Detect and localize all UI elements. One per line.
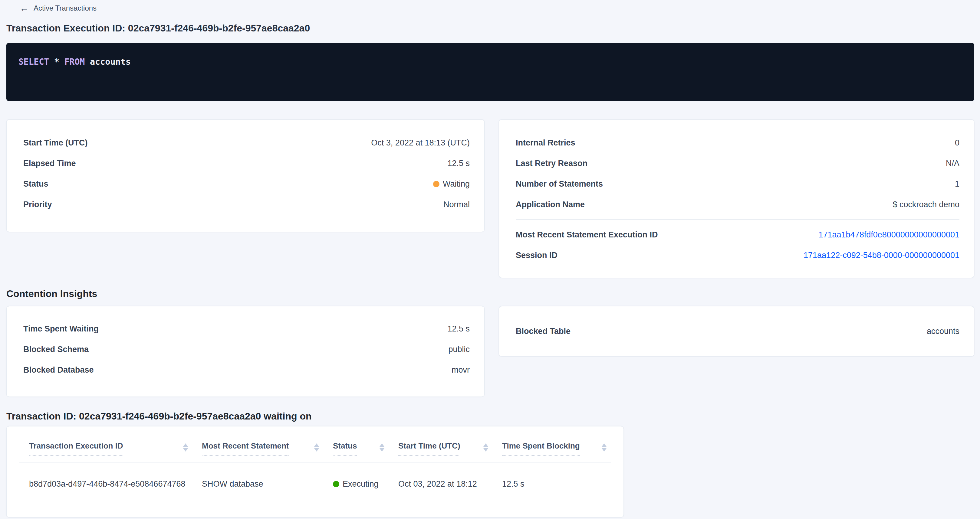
kv-label: Last Retry Reason	[516, 159, 587, 168]
kv-label: Internal Retries	[516, 138, 575, 148]
kv-row-priority: Priority Normal	[7, 194, 484, 215]
column-header-status[interactable]: Status	[323, 427, 388, 462]
contention-waiting-card: Time Spent Waiting 12.5 s Blocked Schema…	[6, 306, 485, 397]
sort-icon	[183, 443, 188, 452]
column-header-label: Transaction Execution ID	[29, 441, 123, 456]
kv-row-number-of-statements: Number of Statements 1	[499, 174, 974, 194]
breadcrumb-label: Active Transactions	[33, 4, 97, 13]
sql-statement: SELECT * FROM accounts	[19, 57, 131, 67]
kv-value: N/A	[946, 159, 959, 168]
transaction-meta-card: Internal Retries 0 Last Retry Reason N/A…	[499, 119, 974, 278]
kv-row-time-spent-waiting: Time Spent Waiting 12.5 s	[7, 319, 484, 339]
kv-label: Status	[23, 179, 48, 189]
cell-status: Executing	[323, 462, 388, 506]
column-header-time-spent-blocking[interactable]: Time Spent Blocking	[492, 427, 611, 462]
cell-time-spent-blocking: 12.5 s	[492, 462, 611, 506]
column-header-start-time[interactable]: Start Time (UTC)	[388, 427, 492, 462]
kv-row-statement-execution-id: Most Recent Statement Execution ID 171aa…	[499, 224, 974, 245]
sql-keyword: SELECT	[19, 57, 49, 67]
kv-label: Number of Statements	[516, 179, 603, 189]
cell-transaction-execution-id: b8d7d03a-d497-446b-8474-e50846674768	[19, 462, 192, 506]
kv-value: movr	[452, 365, 470, 375]
kv-label: Start Time (UTC)	[23, 138, 88, 148]
status-value: Waiting	[433, 179, 470, 189]
contention-cards-row: Time Spent Waiting 12.5 s Blocked Schema…	[6, 306, 974, 397]
card-divider	[516, 219, 959, 220]
contention-blocked-table-card: Blocked Table accounts	[499, 306, 974, 357]
contention-insights-heading: Contention Insights	[6, 288, 974, 300]
kv-value: public	[448, 345, 470, 354]
sort-icon	[483, 443, 488, 452]
column-header-most-recent-statement[interactable]: Most Recent Statement	[192, 427, 323, 462]
kv-row-blocked-table: Blocked Table accounts	[499, 321, 974, 341]
sql-statement-box: SELECT * FROM accounts	[6, 43, 974, 101]
column-header-label: Status	[333, 441, 357, 456]
waiting-on-heading: Transaction ID: 02ca7931-f246-469b-b2fe-…	[6, 410, 974, 422]
back-arrow-icon: ←	[20, 4, 29, 13]
sort-icon	[314, 443, 319, 452]
kv-value: 1	[955, 179, 959, 189]
cell-most-recent-statement: SHOW database	[192, 462, 323, 506]
table-row: b8d7d03a-d497-446b-8474-e50846674768 SHO…	[19, 462, 611, 506]
page-title: Transaction Execution ID: 02ca7931-f246-…	[6, 22, 974, 34]
kv-value: 12.5 s	[447, 324, 470, 333]
table-header-row: Transaction Execution ID Most Recent Sta…	[19, 427, 611, 462]
statement-execution-id-link[interactable]: 171aa1b478fdf0e80000000000000001	[819, 230, 960, 240]
column-header-label: Most Recent Statement	[202, 441, 289, 456]
kv-row-elapsed-time: Elapsed Time 12.5 s	[7, 153, 484, 174]
kv-value: 12.5 s	[447, 159, 470, 168]
breadcrumb-back-link[interactable]: ← Active Transactions	[6, 0, 97, 13]
column-header-transaction-execution-id[interactable]: Transaction Execution ID	[19, 427, 192, 462]
kv-label: Application Name	[516, 200, 585, 209]
status-text: Executing	[343, 479, 379, 489]
kv-row-session-id: Session ID 171aa122-c092-54b8-0000-00000…	[499, 245, 974, 265]
status-waiting-dot-icon	[433, 181, 439, 187]
waiting-on-table: Transaction Execution ID Most Recent Sta…	[19, 427, 611, 506]
kv-label: Session ID	[516, 251, 557, 260]
sort-icon	[602, 443, 606, 452]
kv-value: Oct 3, 2022 at 18:13 (UTC)	[371, 138, 470, 148]
sql-text: accounts	[85, 57, 131, 67]
status-executing-dot-icon	[333, 481, 339, 487]
summary-cards-row: Start Time (UTC) Oct 3, 2022 at 18:13 (U…	[6, 119, 974, 278]
kv-label: Blocked Table	[516, 327, 571, 336]
sort-icon	[380, 443, 384, 452]
kv-label: Blocked Schema	[23, 345, 89, 354]
kv-row-blocked-schema: Blocked Schema public	[7, 339, 484, 360]
waiting-on-table-card: Transaction Execution ID Most Recent Sta…	[6, 426, 624, 517]
kv-value: accounts	[927, 327, 959, 336]
kv-value: $ cockroach demo	[892, 200, 959, 209]
sql-text: *	[49, 57, 64, 67]
kv-row-blocked-database: Blocked Database movr	[7, 360, 484, 380]
kv-label: Elapsed Time	[23, 159, 76, 168]
kv-row-start-time: Start Time (UTC) Oct 3, 2022 at 18:13 (U…	[7, 132, 484, 153]
kv-value: Normal	[443, 200, 470, 209]
kv-label: Time Spent Waiting	[23, 324, 99, 333]
kv-label: Most Recent Statement Execution ID	[516, 230, 658, 240]
kv-label: Blocked Database	[23, 365, 94, 375]
session-id-link[interactable]: 171aa122-c092-54b8-0000-000000000001	[803, 251, 959, 260]
column-header-label: Start Time (UTC)	[398, 441, 460, 456]
cell-start-time: Oct 03, 2022 at 18:12	[388, 462, 492, 506]
kv-label: Priority	[23, 200, 52, 209]
transaction-details-card: Start Time (UTC) Oct 3, 2022 at 18:13 (U…	[6, 119, 485, 232]
kv-row-application-name: Application Name $ cockroach demo	[499, 194, 974, 215]
column-header-label: Time Spent Blocking	[502, 441, 580, 456]
kv-value: 0	[955, 138, 959, 148]
status-text: Waiting	[443, 179, 470, 189]
kv-row-status: Status Waiting	[7, 174, 484, 194]
kv-row-internal-retries: Internal Retries 0	[499, 132, 974, 153]
kv-row-last-retry-reason: Last Retry Reason N/A	[499, 153, 974, 174]
sql-keyword: FROM	[64, 57, 85, 67]
page: ← Active Transactions Transaction Execut…	[0, 0, 980, 517]
